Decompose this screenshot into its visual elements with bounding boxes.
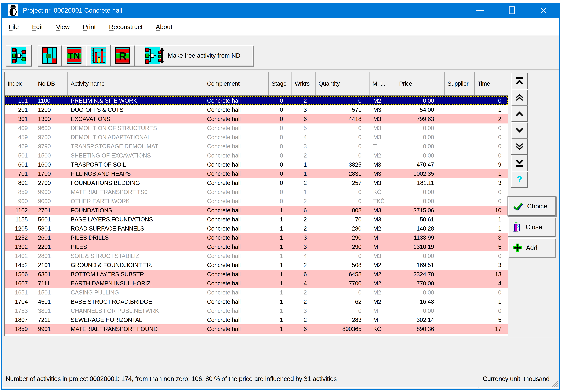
cell-supplier [445, 160, 475, 169]
menu-item-about[interactable]: About [156, 23, 172, 31]
cell-quantity: 890365 [315, 324, 369, 334]
cell-index: 201 [5, 105, 35, 114]
cell-time: 1 [475, 297, 508, 306]
toolbar-button-r-chart[interactable]: R [110, 45, 135, 66]
nav-page-down-button[interactable] [511, 139, 528, 155]
cell-no-db: 7211 [35, 315, 68, 324]
cell-wrkrs: 6 [292, 206, 315, 215]
check-icon [513, 202, 523, 210]
cell-price: 54.00 [396, 105, 445, 114]
nav-row-down-button[interactable] [511, 122, 528, 138]
cell-stage: 1 [269, 270, 292, 279]
table-row[interactable]: 16077111EARTH DAMPN.INSUL.HORIZ.Concrete… [5, 279, 508, 288]
toolbar-button-tn-chart[interactable]: TN [62, 45, 86, 66]
minimize-button[interactable] [469, 3, 491, 18]
cell-index: 301 [5, 114, 35, 123]
toolbar-button-bar-chart[interactable] [86, 45, 110, 66]
cell-complement: Concrete hall [204, 251, 269, 261]
table-row[interactable]: 18599901MATERIAL TRANSPORT FOUNDConcrete… [5, 324, 508, 334]
bottom-spacer-panel [2, 337, 559, 369]
svg-text:TN: TN [68, 51, 80, 61]
column-header-m-u: M. u. [369, 72, 396, 95]
cell-stage: 1 [269, 288, 292, 297]
table-body-padding [5, 334, 508, 336]
nav-row-up-button[interactable] [511, 106, 528, 122]
table-row[interactable]: 2011200DUG-OFFS & CUTSConcrete hall03571… [5, 105, 508, 114]
nav-scroll-last-button[interactable] [511, 155, 528, 171]
row-up-icon [515, 109, 524, 118]
table-row[interactable]: 7011700FILLINGS AND HEAPSConcrete hall01… [5, 169, 508, 178]
cell-no-db: 2201 [35, 242, 68, 251]
nav-scroll-first-button[interactable] [511, 73, 528, 89]
make-free-activity-button[interactable]: Make free activity from ND [135, 45, 253, 66]
menu-item-print[interactable]: Print [83, 23, 96, 31]
cell-price: 3715.06 [396, 206, 445, 215]
table-row[interactable]: 5011500SHEETING OF EXCAVATIONSConcrete h… [5, 151, 508, 160]
table-row[interactable]: 9009000OTHER EARTHWORKConcrete hall020TK… [5, 196, 508, 206]
resize-grip[interactable] [550, 379, 558, 387]
table-row[interactable]: 3011300EXCAVATIONSConcrete hall064418M37… [5, 114, 508, 123]
choice-label: Choice [527, 203, 547, 210]
cell-stage: 1 [269, 242, 292, 251]
table-row[interactable]: 8022700FOUNDATIONS BEDDINGConcrete hall0… [5, 178, 508, 187]
cell-wrkrs: 1 [292, 169, 315, 178]
maximize-button[interactable] [501, 3, 523, 18]
table-row[interactable]: 16511501CASING PULLINGConcrete hall120M2… [5, 288, 508, 297]
cell-no-db: 9901 [35, 324, 68, 334]
page-up-icon [515, 93, 524, 102]
table-row[interactable]: 14022801SOIL & STRUCT.STABILIZ.Concrete … [5, 251, 508, 261]
toolbar-button-network-diagram[interactable] [6, 45, 32, 66]
table-row[interactable]: 17044501BASE STRUCT.ROAD,BRIDGEConcrete … [5, 297, 508, 306]
table-row[interactable]: 17533801CHANNELS FOR PUBL.NETWRKConcrete… [5, 306, 508, 315]
cell-m-u: M3 [369, 105, 396, 114]
table-row[interactable]: 13022201PILESConcrete hall13290M1310.195 [5, 242, 508, 251]
status-currency-text: Currency unit: thousand [483, 375, 552, 382]
choice-action-button[interactable]: Choice [508, 197, 555, 216]
cell-activity-name: CASING PULLING [68, 288, 204, 297]
close-action-button[interactable]: Close [508, 218, 555, 237]
cell-supplier [445, 306, 475, 315]
status-activities-panel: Number of activities in project 00020001… [2, 370, 478, 388]
menu-item-reconstruct[interactable]: Reconstruct [109, 23, 142, 31]
menu-item-file[interactable]: File [9, 23, 19, 31]
app-window: Project nr. 00020001 Concrete hall FileE… [1, 3, 560, 390]
nav-page-up-button[interactable] [511, 89, 528, 105]
cell-m-u: M3 [369, 132, 396, 142]
cell-wrkrs: 3 [292, 242, 315, 251]
table-row[interactable]: 4099600DEMOLITION OF STRUCTURESConcrete … [5, 123, 508, 132]
column-header-no-db: No DB [35, 72, 68, 95]
cell-complement: Concrete hall [204, 187, 269, 196]
minimize-icon [476, 10, 484, 11]
cell-wrkrs: 6 [292, 324, 315, 334]
cell-supplier [445, 96, 475, 105]
cell-index: 1859 [5, 324, 35, 334]
table-row[interactable]: 11555601BASE LAYERS,FOUNDATIONSConcrete … [5, 215, 508, 224]
menu-item-view[interactable]: View [56, 23, 69, 31]
table-row[interactable]: 6011600TRASPORT OF SOILConcrete hall0138… [5, 160, 508, 169]
table-row[interactable]: 11022701FOUNDATIONSConcrete hall16808M33… [5, 206, 508, 215]
table-row[interactable]: 1011100PRELIMIN.& SITE WORKConcrete hall… [5, 96, 508, 105]
toolbar-button-gantt-columns[interactable] [38, 45, 62, 66]
table-row[interactable]: 12522601PILES DRILLSConcrete hall13290M1… [5, 233, 508, 242]
add-action-button[interactable]: Add [508, 238, 555, 257]
cell-no-db: 1700 [35, 169, 68, 178]
table-row[interactable]: 18077211SEWERAGE HORIZONTALConcrete hall… [5, 315, 508, 324]
table-row[interactable]: 14522101GROUND & FOUND.JOINT TR.Concrete… [5, 261, 508, 270]
table-row[interactable]: 12055801ROAD SURFACE PANNELSConcrete hal… [5, 224, 508, 233]
table-row[interactable]: 8599900MATERIAL TRANSPORT TS0Concrete ha… [5, 187, 508, 196]
nav-help-button[interactable]: ? [511, 171, 528, 187]
table-row[interactable]: 4599700DEMOLITION ADAPTATIONALConcrete h… [5, 132, 508, 142]
cell-wrkrs: 5 [292, 123, 315, 132]
cell-time: 1 [475, 105, 508, 114]
cell-wrkrs: 2 [292, 288, 315, 297]
table-row[interactable]: 15066301BOTTOM LAYERS SUBSTR.Concrete ha… [5, 270, 508, 279]
cell-activity-name: BOTTOM LAYERS SUBSTR. [68, 270, 204, 279]
cell-time: 0 [475, 132, 508, 142]
close-button[interactable] [533, 3, 555, 18]
door-icon [513, 222, 522, 232]
cell-quantity: 0 [315, 306, 369, 315]
cell-complement: Concrete hall [204, 151, 269, 160]
table-row[interactable]: 4699790TRANSP.STORAGE DEMOL.MATConcrete … [5, 142, 508, 151]
menu-item-edit[interactable]: Edit [32, 23, 43, 31]
cell-activity-name: SEWERAGE HORIZONTAL [68, 315, 204, 324]
